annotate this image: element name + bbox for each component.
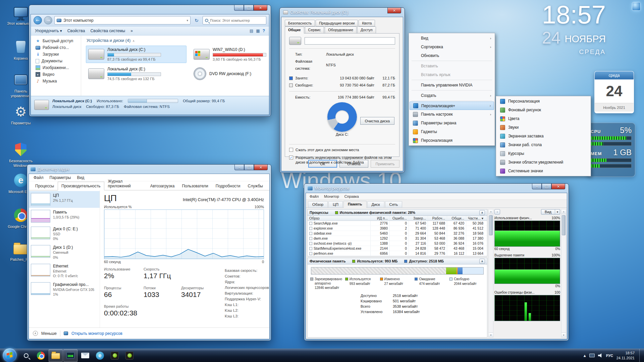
menu-help[interactable]: Справка [342,194,361,199]
properties-titlebar[interactable]: Свойства: Локальный диск (C:) × [280,8,405,17]
menu-item-sort[interactable]: Сортировка› [410,43,494,51]
minimize-button[interactable]: – [234,165,244,170]
menu-item-paste-shortcut[interactable]: Вставить ярлык [410,70,494,79]
table-row[interactable]: perfmon.exe 6956014 81629 77616 11213 66… [308,251,487,256]
index-checkbox-row[interactable]: ✓ Разрешить индексировать содержимое фай… [289,155,395,165]
taskbar-mail-button[interactable] [78,349,92,362]
tab-network[interactable]: Сеть [385,201,402,207]
task-manager-titlebar[interactable]: Диспетчер задач – □ × [27,165,271,174]
row-checkbox[interactable] [309,222,312,225]
help-button[interactable]: ? [263,28,265,33]
collapse-section-button[interactable]: ∧ [479,259,485,264]
taskbar-nvidia-experience-button[interactable] [108,349,122,362]
tab-tools[interactable]: Сервис [305,26,324,33]
menu-view[interactable]: Вид [74,175,87,181]
close-button[interactable]: × [387,8,401,13]
submenu-item-notification-icons[interactable]: Значки области уведомлений [497,158,590,167]
menu-monitor[interactable]: Монитор [322,194,341,199]
display-tray-icon[interactable] [589,354,595,357]
compress-checkbox-row[interactable]: Сжать этот диск для экономии места [289,147,395,152]
tab-cpu[interactable]: ЦП [328,201,343,207]
row-checkbox[interactable] [309,227,312,230]
maximize-button[interactable]: □ [542,184,551,189]
address-bar[interactable]: Этот компьютер ▾ [54,16,191,24]
sidebar-item-videos[interactable]: ▸Видео [31,71,81,78]
tab-services[interactable]: Службы [244,182,267,190]
submenu-item-system-icons[interactable]: Системные значки [497,167,590,175]
table-row[interactable]: svchost.exe (netsvcs -p) 1388027 11653 0… [308,241,487,246]
menu-item-view[interactable]: Вид› [410,34,494,43]
minimize-button[interactable]: – [234,5,244,11]
perf-item-disk0[interactable]: Диск 0 (C: E:)SSD 0% [29,225,100,243]
tab-previous-versions[interactable]: Предыдущие версии [316,20,358,26]
sidebar-item-downloads[interactable]: ↓Загрузки [31,51,81,58]
submenu-item-screensaver[interactable]: Экранная заставка [497,132,590,140]
language-indicator[interactable]: РУС [606,354,613,358]
submenu-item-sounds[interactable]: Звуки [497,123,590,132]
tab-overview[interactable]: Обзор [308,201,328,207]
minimize-button[interactable]: – [532,184,542,189]
sidebar-item-desktop[interactable]: Рабочий сто... [31,44,81,51]
menu-item-nvidia-control-panel[interactable]: Панель управления NVIDIA [410,81,494,89]
row-checkbox[interactable] [309,247,312,250]
sidebar-item-pictures[interactable]: Изображени... [31,64,81,71]
cpu-usage-chart[interactable] [104,209,264,259]
tab-security[interactable]: Безопасность [285,20,315,26]
disk-cleanup-button[interactable]: Очистка диска [360,117,394,125]
corner-widget-icon[interactable] [632,2,641,11]
start-button[interactable] [3,348,17,362]
compress-checkbox[interactable] [289,148,293,152]
open-resource-monitor-link[interactable]: Открыть монитор ресурсов [71,331,122,336]
table-row[interactable]: SearchApp.exe 2776067 540117 68867 42050… [308,221,487,226]
taskbar-explorer-button[interactable] [49,349,63,362]
table-row[interactable]: StartMenuExperienceHost.exe 2144024 8285… [308,246,487,251]
tab-sharing[interactable]: Доступ [357,26,376,33]
view-tiles-icon[interactable]: ▦ [256,28,260,33]
calendar-gadget[interactable]: среда 24 Ноябрь 2021 [594,71,634,113]
more-commands-button[interactable]: » [130,28,133,33]
menu-item-new[interactable]: Создать› [410,91,494,100]
drive-tile-d[interactable]: WIN7_WIN10 (D:) 3,60 ГБ свободно из 56,3… [191,46,269,63]
main-scrollbar[interactable]: ∧ ▾ [488,209,493,338]
submenu-item-desktop-icons[interactable]: Значки раб. стола [497,140,590,149]
taskbar-chrome-button[interactable] [34,349,48,362]
volume-tray-icon[interactable] [598,353,603,358]
close-button[interactable]: × [551,184,565,189]
scroll-down-icon[interactable]: ▾ [489,333,493,337]
refresh-button[interactable]: ↻ [193,16,201,24]
search-box[interactable] [203,16,266,24]
tab-performance[interactable]: Производительность [58,182,104,190]
drive-tile-c[interactable]: Локальный диск (C:) 87,3 ГБ свободно из … [86,46,186,63]
tab-general[interactable]: Общие [285,26,304,34]
perf-item-memory[interactable]: Память1,0/3,5 ГБ (29%) [29,208,100,225]
menu-file[interactable]: Файл [307,194,321,199]
physical-memory-section-header[interactable]: Физическая память Используется: 993 МБ Д… [307,258,487,264]
chevron-down-icon[interactable]: ▾ [186,19,188,22]
menu-item-paste[interactable]: Вставить [410,62,494,70]
tab-details[interactable]: Подробности [212,182,244,190]
tab-memory[interactable]: Память [343,201,367,208]
row-checkbox[interactable] [309,252,312,255]
index-checkbox[interactable]: ✓ [289,156,293,160]
organize-button[interactable]: Упорядочить ▾ [35,28,62,33]
drive-tile-f[interactable]: DVD RW дисковод (F:) [191,65,269,82]
forward-button[interactable]: → [44,16,52,24]
resource-monitor-titlebar[interactable]: Монитор ресурсов – □ × [304,184,569,193]
table-row[interactable]: sidebar.exe 5460029 66450 84432 27618 56… [308,231,487,236]
maximize-button[interactable]: □ [244,5,254,11]
tray-expand-icon[interactable]: ▲ [584,354,586,357]
row-checkbox[interactable] [309,232,312,235]
right-panel-scrollbar[interactable]: ∧ ▾ [561,209,566,338]
menu-options[interactable]: Параметры [47,175,74,181]
taskbar-nvidia-panel-button[interactable] [122,349,137,362]
menu-item-refresh[interactable]: Обновить [410,51,494,60]
tab-startup[interactable]: Автозагрузка [147,182,178,190]
show-desktop-button[interactable] [639,349,643,362]
explorer-titlebar[interactable]: – □ × [29,5,271,14]
menu-item-personalization-plus[interactable]: Персонализация+› [410,102,494,110]
tab-quota[interactable]: Квота [359,20,375,26]
processes-section-header[interactable]: Процессы Использование физической памяти… [307,209,487,216]
tab-users[interactable]: Пользователи [178,182,212,190]
menu-item-display-settings[interactable]: Параметры экрана [410,119,494,127]
submenu-item-wallpaper[interactable]: Фоновый рисунок [497,106,590,114]
